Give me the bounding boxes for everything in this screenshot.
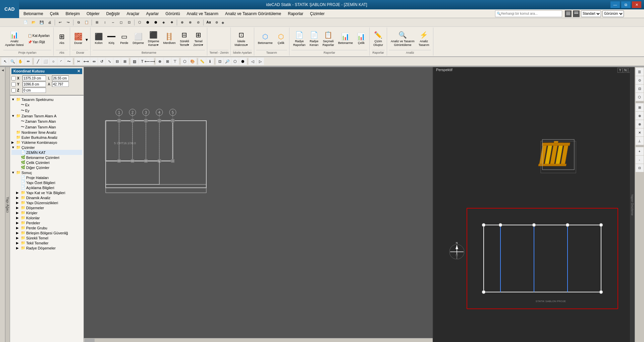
toggle-tasarim[interactable]: ▼ (11, 98, 16, 101)
tree-item-perdeler[interactable]: ▶ 📁 Perdeler (11, 220, 82, 225)
view-select[interactable]: Görünüm (602, 10, 624, 17)
qtb-tool8[interactable]: ⬢ (152, 19, 159, 26)
tree-item-celik-ciz[interactable]: 🌿 Çelik Çizimleri (11, 160, 82, 165)
tree-item-proje-hata[interactable]: 📄 Proje Hataları (11, 175, 82, 180)
toggle-tt[interactable]: ▶ (16, 241, 21, 245)
ribbon-btn-kat-ayarlari[interactable]: 📋 Kat Ayarları (26, 33, 52, 39)
dt-color[interactable]: 🎨 (189, 58, 196, 65)
coord-close-btn[interactable]: ✕ (77, 69, 80, 73)
rvt-snap-end[interactable]: ⊕ (636, 112, 644, 120)
toggle-per[interactable]: ▶ (16, 221, 21, 225)
qtb-print[interactable]: 🖨 (46, 19, 53, 26)
dt-rotate[interactable]: ↺ (98, 58, 105, 65)
ribbon-btn-analiz-goruntuleme[interactable]: 🔍 Analiz ve TasarımGörüntüleme (389, 29, 416, 49)
rvt-snap-mid[interactable]: ⊗ (636, 120, 644, 128)
tree-item-zemin-kat[interactable]: 📄 ZEMİN KAT (11, 150, 82, 155)
qtb-new[interactable]: 📄 (22, 19, 29, 26)
qtb-tool2[interactable]: ↕ (101, 19, 109, 26)
dt-rect[interactable]: ⬜ (42, 58, 49, 65)
tree-item-sonuc[interactable]: ▼ 📁 Sonuç (11, 170, 82, 175)
ribbon-btn-perde[interactable]: ▭ Perde (118, 29, 130, 49)
rvt-snap-int[interactable]: ✕ (636, 128, 644, 136)
ribbon-btn-duvar[interactable]: 🧱 Duvar (72, 29, 84, 49)
rvt-snap-perp[interactable]: ⊥ (636, 137, 644, 145)
dt-measure[interactable]: 📏 (199, 58, 206, 65)
qtb-tool12[interactable]: ⊗ (186, 19, 194, 26)
tree-item-dinamik[interactable]: ▶ 📁 Dinamik Analiz (11, 195, 82, 200)
coord-check-x[interactable] (11, 76, 16, 80)
ribbon-btn-iskele[interactable]: ⊡ İskeleMakrosu▾ (233, 29, 250, 49)
ribbon-btn-doseme[interactable]: ⬜ Döşeme (131, 29, 146, 49)
ribbon-btn-cizim-olustur[interactable]: ✏️ ÇizimOluştur (372, 29, 385, 49)
dt-prev[interactable]: ◁ (249, 58, 256, 65)
tree-item-diger-ciz[interactable]: 🌿 Diğer Çizimler (11, 165, 82, 170)
dt-grid[interactable]: ⊞ (164, 58, 171, 65)
dt-zoom-win[interactable]: 🔍 (9, 58, 16, 65)
dt-mirror[interactable]: ⇔ (90, 58, 98, 65)
dt-zoom-in[interactable]: 🔎 (224, 58, 231, 65)
menu-ayarlar[interactable]: Ayarlar (143, 10, 162, 17)
qtb-tool7[interactable]: ⬟ (144, 19, 151, 26)
toggle-cizimler[interactable]: ▼ (11, 146, 16, 149)
qtb-tool11[interactable]: ⊕ (178, 19, 186, 26)
close-button[interactable]: ✕ (632, 1, 641, 8)
tree-item-betonarme-ciz[interactable]: 🌿 Betonarme Çizimleri (11, 155, 82, 160)
ribbon-btn-betonarme-tasarim[interactable]: ⬡ Betonarme (256, 29, 274, 49)
qtb-tool4[interactable]: ◻ (117, 19, 125, 26)
rvt-view-front[interactable]: ⊡ (636, 84, 644, 93)
ribbon-btn-yari-rijit[interactable]: 📌 Yarı Rijit (26, 39, 52, 45)
vc-n[interactable]: N (623, 68, 628, 73)
dt-properties[interactable]: ℹ (206, 58, 214, 65)
yapi-agaci-label[interactable]: Yapı Ağacı (5, 67, 10, 342)
ribbon-btn-merdiven[interactable]: 🪜 Merdiven (161, 29, 177, 49)
search-input[interactable] (501, 12, 560, 15)
qtb-tool1[interactable]: ⊞ (93, 19, 101, 26)
menu-raporlar[interactable]: Raporlar (284, 10, 307, 17)
menu-degistir[interactable]: Değiştir (103, 10, 123, 17)
qtb-tool6[interactable]: ⬡ (136, 19, 143, 26)
qtb-tool13[interactable]: ⊘ (195, 19, 202, 26)
coord-input-x[interactable] (22, 75, 46, 81)
canvas-left[interactable]: 1 2 3 4 5 (84, 67, 433, 342)
dt-pan[interactable]: ✋ (17, 58, 24, 65)
dt-pencil[interactable]: ✏ (24, 58, 32, 65)
tree-item-kolonlar[interactable]: ▶ 📁 Kolonlar (11, 215, 82, 220)
qtb-redo[interactable]: ↪ (64, 19, 72, 26)
tree-item-yukleme[interactable]: ▶ 📁 Yükleme Kombinasyo (11, 140, 82, 145)
toggle-dos[interactable]: ▶ (16, 206, 21, 210)
dt-zoom-all[interactable]: ⊡ (216, 58, 223, 65)
dt-layer[interactable]: ⬡ (181, 58, 189, 65)
tree-item-kirisler[interactable]: ▶ 📁 Kirişler (11, 210, 82, 215)
tree-item-tekil-tem[interactable]: ▶ 📁 Tekil Temeller (11, 240, 82, 245)
maximize-button[interactable]: ⧉ (621, 1, 631, 8)
tree-item-yapi-duz[interactable]: ▶ 📁 Yapı Düzensizlikleri (11, 200, 82, 205)
tree-item-ey[interactable]: 〜 Ey (11, 108, 82, 113)
rvt-zoom-all[interactable]: ⊡ (636, 164, 644, 172)
tree-item-aciklama[interactable]: 📄 Açıklama Bilgileri (11, 185, 82, 190)
tree-item-ex[interactable]: 〜 Ex (11, 102, 82, 108)
dt-arc[interactable]: ◜ (57, 58, 65, 65)
rvt-zoom-in[interactable]: + (636, 147, 644, 155)
toggle-zaman[interactable]: ▼ (11, 114, 16, 118)
qtb-tool5[interactable]: ⊡ (125, 19, 133, 26)
preview-panel-label[interactable]: Yapor Önizleme (630, 67, 635, 342)
tree-item-zaman2[interactable]: 〜 Zaman Tanım Alan (11, 124, 82, 130)
toggle-pg[interactable]: ▶ (16, 226, 21, 230)
ribbon-btn-temel-zemin[interactable]: ⊞ TemelZemin▾ (192, 29, 205, 49)
toolbar-standard-select[interactable]: Standart (581, 10, 601, 17)
tree-item-euler[interactable]: 📁 Euler Burkulma Analiz (11, 135, 82, 140)
menu-analiz-goruntuleme[interactable]: Analiz ve Tasarım Görüntüleme (222, 10, 284, 17)
qtb-tool3[interactable]: ↔ (109, 19, 117, 26)
h-scrollbar[interactable] (84, 338, 433, 342)
tree-item-radye-dos[interactable]: ▶ 📁 Radye Döşemeler (11, 245, 82, 250)
coord-val-l[interactable] (52, 75, 69, 81)
menu-araclar[interactable]: Araçlar (123, 10, 143, 17)
menu-betonarme[interactable]: Betonarme (20, 10, 47, 17)
tree-item-tasarim-spektrum[interactable]: ▼ 📁 Tasarım Spektrumu (11, 97, 82, 102)
ribbon-btn-kiris[interactable]: ━━ Kiriş (105, 29, 117, 49)
tree-item-surekli-tem[interactable]: ▶ 📁 Sürekli Temel (11, 235, 82, 240)
menu-objeler[interactable]: Objeler (83, 10, 103, 17)
coord-check-z[interactable] (11, 88, 16, 93)
toggle-sonuc[interactable]: ▼ (11, 171, 16, 174)
qtb-text[interactable]: Aα (205, 19, 212, 26)
